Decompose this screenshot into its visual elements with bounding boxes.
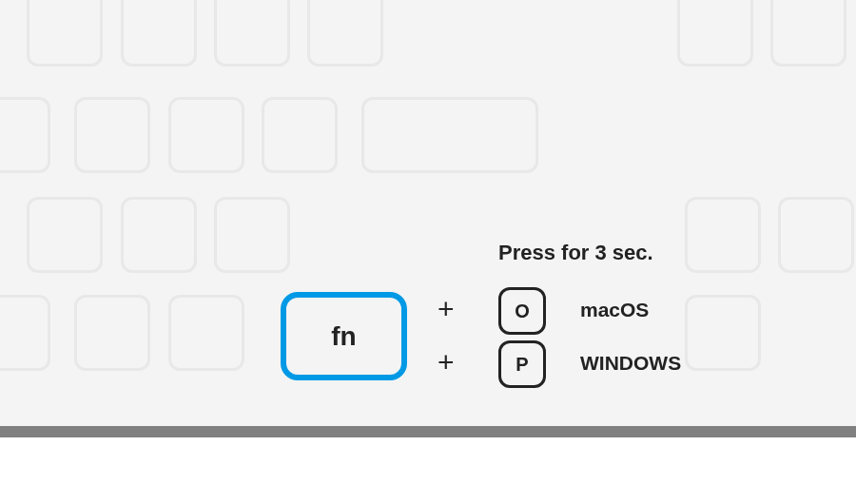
ghost-key bbox=[121, 0, 197, 67]
key-p: P bbox=[498, 340, 546, 388]
ghost-key bbox=[778, 197, 854, 273]
ghost-key bbox=[685, 295, 761, 371]
ghost-key bbox=[307, 0, 383, 67]
ghost-key bbox=[74, 97, 150, 173]
os-label-macos: macOS bbox=[580, 299, 649, 321]
ghost-key bbox=[214, 197, 290, 273]
ghost-key bbox=[168, 295, 244, 371]
ghost-key bbox=[770, 0, 846, 67]
ghost-key bbox=[168, 97, 244, 173]
ghost-key bbox=[262, 97, 338, 173]
ghost-key bbox=[0, 295, 50, 371]
plus-symbol: + bbox=[438, 346, 455, 378]
plus-symbol: + bbox=[438, 293, 455, 325]
separator-bar bbox=[0, 426, 856, 437]
ghost-key bbox=[361, 97, 538, 173]
key-p-label: P bbox=[516, 354, 528, 376]
bottom-whitespace bbox=[0, 437, 856, 504]
ghost-key bbox=[214, 0, 290, 67]
ghost-key bbox=[74, 295, 150, 371]
fn-key-highlight: fn bbox=[281, 292, 407, 380]
ghost-key bbox=[685, 197, 761, 273]
ghost-key bbox=[0, 97, 50, 173]
ghost-key bbox=[27, 197, 103, 273]
ghost-key bbox=[677, 0, 753, 67]
ghost-key bbox=[121, 197, 197, 273]
key-o: O bbox=[498, 287, 546, 335]
os-label-windows: WINDOWS bbox=[580, 352, 681, 375]
fn-key-label: fn bbox=[331, 321, 356, 352]
press-duration-label: Press for 3 sec. bbox=[498, 241, 653, 265]
key-o-label: O bbox=[515, 300, 530, 322]
ghost-key bbox=[27, 0, 103, 67]
